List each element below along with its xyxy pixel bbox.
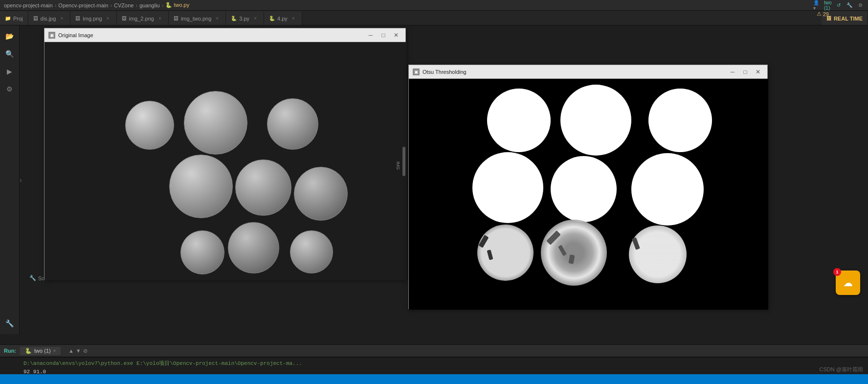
otsu-minimize-button[interactable]: ─ <box>727 68 738 76</box>
tab-img2-png[interactable]: 🖼 img_2.png × <box>117 11 169 25</box>
warning-icon: ⚠ <box>817 11 822 17</box>
otsu-window-icon: ▣ <box>413 68 420 75</box>
otsu-circle-4 <box>472 152 543 223</box>
breadcrumb-item-file[interactable]: 🐍 two.py <box>165 2 189 8</box>
tab-4py-close[interactable]: × <box>290 15 297 22</box>
run-up-icon[interactable]: ▲ <box>68 348 74 354</box>
top-bar-right: 👤▾ 🐍 two (1) ▾ ↺ 🔧 ⚙ <box>813 1 864 9</box>
coin-6 <box>294 167 348 221</box>
tab-img-two-png-label: img_two.png <box>181 16 211 22</box>
scratches-icon: 🔧 <box>29 275 36 281</box>
run-tab-icon: 🐍 <box>25 348 32 354</box>
tab-img-png[interactable]: 🖼 img.png × <box>70 11 116 25</box>
run-controls: ▲ ▼ ⊘ <box>68 348 88 354</box>
breadcrumb-sep-2: › <box>110 2 112 8</box>
console-area: D:\anaconda\envs\yolov7\python.exe E:\yo… <box>0 357 868 374</box>
run-label: Run: <box>4 348 16 354</box>
coin-7 <box>180 230 224 274</box>
otsu-title: Otsu Thresholding <box>423 69 724 75</box>
img-two-png-icon: 🖼 <box>174 16 178 21</box>
coin-4 <box>169 155 233 218</box>
tab-dis-jpg-close[interactable]: × <box>58 15 65 22</box>
sidebar-icon-explorer[interactable]: 📂 <box>3 29 17 43</box>
notification-badge[interactable]: 1 ☁ <box>836 271 860 295</box>
run-down-icon[interactable]: ▼ <box>76 348 81 354</box>
breadcrumb-sep-4: › <box>162 2 164 8</box>
img2-png-icon: 🖼 <box>122 16 127 21</box>
original-image-window-icon: ▣ <box>48 32 55 39</box>
user-icon[interactable]: 👤▾ <box>813 1 821 9</box>
4py-icon: 🐍 <box>269 16 275 21</box>
otsu-circle-9 <box>629 226 687 283</box>
otsu-circle-2 <box>560 85 631 156</box>
original-image-content: IMG <box>45 42 406 280</box>
tab-real-time-label: REAL TIME <box>834 16 863 22</box>
tab-img-two-png-close[interactable]: × <box>214 15 221 22</box>
csdn-watermark: CSDN @落叶霜雨 <box>820 366 863 373</box>
breadcrumb-sep-3: › <box>135 2 137 8</box>
breadcrumb: opencv-project-main › Opencv-project-mai… <box>4 2 189 8</box>
run-stop-icon[interactable]: ⊘ <box>83 348 88 354</box>
dis-jpg-icon: 🖼 <box>33 16 38 21</box>
otsu-close-button[interactable]: ✕ <box>753 68 763 76</box>
otsu-circle-8 <box>541 220 607 286</box>
tab-img-two-png[interactable]: 🖼 img_two.png × <box>169 11 226 25</box>
tab-3py-close[interactable]: × <box>252 15 259 22</box>
otsu-circle-5 <box>551 156 617 222</box>
otsu-window[interactable]: ▣ Otsu Thresholding ─ □ ✕ <box>408 65 768 309</box>
sidebar-icon-settings[interactable]: ⚙ <box>3 82 17 96</box>
run-tab-two[interactable]: 🐍 two (1) × <box>20 347 61 355</box>
collapse-arrow[interactable]: › <box>20 176 22 184</box>
otsu-content <box>409 79 768 310</box>
coin-3 <box>267 98 318 150</box>
main-area: 📂 🔍 ▶ ⚙ 🔧 › Ex 🔧 Scratches and Consoles … <box>0 25 868 334</box>
sidebar-icon-run[interactable]: ▶ <box>3 65 17 78</box>
sidebar-bottom: 🔧 <box>3 316 17 330</box>
settings-icon[interactable]: ⚙ <box>856 1 864 9</box>
tabs-bar: 📁 Proj 🖼 dis.jpg × 🖼 img.png × 🖼 img_2.p… <box>0 11 868 25</box>
editor-area: › Ex 🔧 Scratches and Consoles ▣ Original… <box>20 25 868 334</box>
tab-proj-label: Proj <box>13 16 23 22</box>
otsu-maximize-button[interactable]: □ <box>740 68 751 76</box>
tab-img-png-close[interactable]: × <box>105 15 111 22</box>
warning-count: 29 <box>823 11 829 17</box>
otsu-circle-3 <box>648 89 712 152</box>
breadcrumb-item-2[interactable]: Opencv-project-main <box>58 2 108 8</box>
tab-proj[interactable]: 📁 Proj <box>0 11 28 25</box>
original-image-window-buttons: ─ □ ✕ <box>365 31 401 40</box>
original-image-titlebar[interactable]: ▣ Original Image ─ □ ✕ <box>45 28 405 42</box>
tab-img-png-label: img.png <box>83 16 102 22</box>
tab-img2-png-label: img_2.png <box>129 16 154 22</box>
warning-bar: ⚠ 29 <box>817 11 829 17</box>
tab-4py-label: 4.py <box>277 16 288 22</box>
breadcrumb-item-4[interactable]: guangliu <box>139 2 160 8</box>
original-image-window[interactable]: ▣ Original Image ─ □ ✕ <box>44 28 406 280</box>
coin-8 <box>228 222 279 273</box>
badge-count: 1 <box>833 268 841 276</box>
otsu-circle-6 <box>631 153 704 226</box>
image-label: IMG <box>396 161 401 170</box>
original-image-maximize-button[interactable]: □ <box>378 31 389 40</box>
breadcrumb-bar: opencv-project-main › Opencv-project-mai… <box>0 0 868 11</box>
tab-img2-png-close[interactable]: × <box>156 15 163 22</box>
run-indicator: 🐍 two (1) ▾ <box>824 1 832 9</box>
original-image-minimize-button[interactable]: ─ <box>365 31 376 40</box>
notification-cloud-icon: ☁ <box>843 277 853 289</box>
breadcrumb-item-3[interactable]: CVZone <box>114 2 134 8</box>
sidebar-icon-tools[interactable]: 🔧 <box>3 316 17 330</box>
original-image-close-button[interactable]: ✕ <box>391 31 401 40</box>
tab-3py[interactable]: 🐍 3.py × <box>226 11 264 25</box>
tab-4py[interactable]: 🐍 4.py × <box>264 11 302 25</box>
extension-icon[interactable]: 🔧 <box>846 1 853 9</box>
tab-dis-jpg[interactable]: 🖼 dis.jpg × <box>28 11 71 25</box>
console-line-1: D:\anaconda\envs\yolov7\python.exe E:\yo… <box>23 360 864 368</box>
breadcrumb-item-1[interactable]: opencv-project-main <box>4 2 53 8</box>
sidebar-icon-search[interactable]: 🔍 <box>3 47 17 61</box>
tab-3py-label: 3.py <box>239 16 249 22</box>
refresh-icon[interactable]: ↺ <box>835 1 843 9</box>
otsu-titlebar[interactable]: ▣ Otsu Thresholding ─ □ ✕ <box>409 65 767 79</box>
coin-9 <box>290 230 333 273</box>
run-tab-close[interactable]: × <box>53 348 56 353</box>
sidebar: 📂 🔍 ▶ ⚙ 🔧 <box>0 25 20 334</box>
original-image-title: Original Image <box>58 32 362 38</box>
